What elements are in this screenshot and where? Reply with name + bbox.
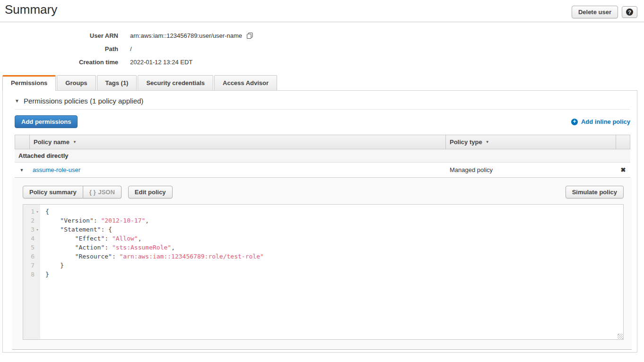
- json-editor[interactable]: 1▾23▾45678 { "Version": "2012-10-17", "S…: [23, 204, 624, 340]
- json-view-label: JSON: [98, 189, 114, 196]
- expander-column-header: [15, 135, 29, 149]
- editor-line-number: 7: [23, 261, 40, 270]
- editor-code-line[interactable]: "Statement": {: [45, 225, 623, 234]
- editor-code-line[interactable]: }: [45, 270, 623, 279]
- add-permissions-button[interactable]: Add permissions: [15, 115, 78, 128]
- braces-icon: { }: [89, 189, 96, 196]
- remove-policy-cell: ✖: [616, 166, 630, 173]
- editor-code-line[interactable]: "Resource": "arn:aws:iam::123456789:role…: [45, 252, 623, 261]
- permissions-policies-title: Permissions policies (1 policy applied): [24, 97, 143, 105]
- meta-row-path: Path /: [0, 42, 644, 55]
- policies-table: Policy name ▼ Policy type ▼ Attached dir…: [15, 135, 630, 178]
- permissions-policies-section-header[interactable]: ▼ Permissions policies (1 policy applied…: [15, 91, 630, 110]
- editor-code-line[interactable]: "Effect": "Allow",: [45, 234, 623, 243]
- policy-type-column-header[interactable]: Policy type ▼: [445, 135, 616, 149]
- page-title: Summary: [5, 2, 57, 17]
- sort-caret-icon: ▼: [73, 140, 77, 144]
- editor-line-number: 8: [23, 270, 40, 279]
- copy-icon[interactable]: [246, 32, 253, 39]
- creation-time-value: 2022-01-12 13:24 EDT: [130, 59, 192, 66]
- policy-view-toolbar: Policy summary { } JSON Edit policy Simu…: [23, 186, 624, 198]
- policy-name-link[interactable]: assume-role-user: [33, 166, 80, 173]
- policy-summary-button[interactable]: Policy summary: [23, 186, 83, 198]
- editor-code-area[interactable]: { "Version": "2012-10-17", "Statement": …: [40, 205, 623, 339]
- editor-line-number: 5: [23, 243, 40, 252]
- user-meta: User ARN arn:aws:iam::123456789:user/use…: [0, 29, 644, 69]
- edit-policy-button[interactable]: Edit policy: [128, 186, 173, 198]
- editor-gutter: 1▾23▾45678: [23, 205, 40, 339]
- tab-tags[interactable]: Tags (1): [97, 75, 137, 90]
- tab-bar: Permissions Groups Tags (1) Security cre…: [2, 75, 644, 90]
- policy-type-header-label: Policy type: [450, 138, 482, 146]
- page-header: Summary Delete user ?: [0, 0, 644, 22]
- row-expander-cell: ▼: [15, 168, 29, 172]
- user-arn-text: arn:aws:iam::123456789:user/user-name: [130, 32, 242, 39]
- row-expander-caret-icon[interactable]: ▼: [20, 168, 24, 172]
- editor-code-line[interactable]: }: [45, 261, 623, 270]
- editor-line-number: 2: [23, 216, 40, 225]
- tab-groups[interactable]: Groups: [57, 75, 96, 90]
- user-arn-value: arn:aws:iam::123456789:user/user-name: [130, 32, 253, 39]
- policy-type-cell: Managed policy: [446, 166, 616, 173]
- meta-row-user-arn: User ARN arn:aws:iam::123456789:user/use…: [0, 29, 644, 42]
- json-view-button[interactable]: { } JSON: [83, 186, 122, 198]
- policy-table-row: ▼ assume-role-user Managed policy ✖: [15, 163, 630, 178]
- path-value: /: [130, 45, 132, 52]
- sort-caret-icon: ▼: [486, 140, 489, 144]
- policy-name-header-label: Policy name: [34, 138, 70, 146]
- editor-code-line[interactable]: "Action": "sts:AssumeRole",: [45, 243, 623, 252]
- resize-handle-icon[interactable]: [618, 334, 623, 339]
- attached-directly-group-row: Attached directly: [15, 149, 630, 163]
- permissions-tab-panel: ▼ Permissions policies (1 policy applied…: [2, 90, 637, 353]
- collapse-caret-icon: ▼: [15, 98, 19, 103]
- add-inline-policy-label: Add inline policy: [581, 118, 630, 125]
- editor-code-line[interactable]: "Version": "2012-10-17",: [45, 216, 623, 225]
- plus-icon: +: [571, 119, 578, 125]
- policy-name-cell: assume-role-user: [29, 166, 446, 173]
- tab-permissions[interactable]: Permissions: [2, 75, 56, 91]
- creation-time-label: Creation time: [0, 59, 118, 66]
- fold-caret-icon[interactable]: ▾: [35, 227, 40, 232]
- path-label: Path: [0, 45, 118, 52]
- meta-row-creation-time: Creation time 2022-01-12 13:24 EDT: [0, 55, 644, 69]
- help-button[interactable]: ?: [622, 6, 637, 18]
- header-actions: Delete user ?: [572, 6, 637, 18]
- policies-table-header: Policy name ▼ Policy type ▼: [15, 135, 630, 149]
- fold-caret-icon[interactable]: ▾: [35, 209, 40, 214]
- simulate-policy-button[interactable]: Simulate policy: [566, 186, 624, 198]
- tab-security-credentials[interactable]: Security credentials: [138, 75, 213, 90]
- editor-line-number: 4: [23, 234, 40, 243]
- editor-line-number[interactable]: 3▾: [23, 225, 40, 234]
- delete-user-button[interactable]: Delete user: [572, 6, 618, 18]
- actions-column-header: [616, 135, 630, 149]
- policy-detail-panel: Policy summary { } JSON Edit policy Simu…: [12, 178, 632, 350]
- help-icon: ?: [626, 9, 633, 16]
- editor-code-line[interactable]: {: [45, 207, 623, 216]
- tab-access-advisor[interactable]: Access Advisor: [214, 75, 277, 90]
- policy-actions-row: Add permissions + Add inline policy: [15, 115, 630, 128]
- policy-view-toggle-group: Policy summary { } JSON: [23, 186, 122, 198]
- editor-line-number[interactable]: 1▾: [23, 207, 40, 216]
- user-arn-label: User ARN: [0, 32, 118, 39]
- editor-line-number: 6: [23, 252, 40, 261]
- remove-policy-icon[interactable]: ✖: [621, 166, 626, 173]
- policy-name-column-header[interactable]: Policy name ▼: [29, 135, 445, 149]
- add-inline-policy-link[interactable]: + Add inline policy: [571, 118, 630, 125]
